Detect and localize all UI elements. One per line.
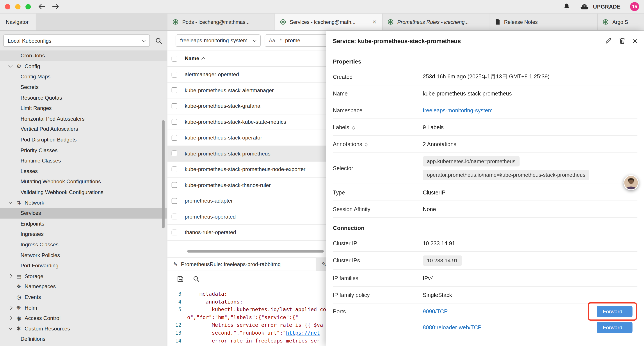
forward-button[interactable]: Forward... [597, 322, 632, 333]
service-name: prometheus-operated [185, 214, 236, 220]
sidebar-item-network-policies[interactable]: Network Policies [0, 250, 166, 260]
forward-button[interactable]: Forward... [597, 306, 632, 317]
sidebar-item-custom-resources[interactable]: ✱Custom Resources [0, 323, 166, 334]
tab-services-icecheng-math[interactable]: Services - icecheng@math...× [275, 13, 383, 30]
sidebar-item-validating-webhook-configurations[interactable]: Validating Webhook Configurations [0, 187, 166, 197]
tab-pods-icecheng-mathmas[interactable]: Pods - icecheng@mathmas... [168, 13, 275, 30]
sidebar-item-mutating-webhook-configurations[interactable]: Mutating Webhook Configurations [0, 176, 166, 187]
horizontal-scrollbar[interactable] [187, 250, 324, 253]
sidebar-item-ingress-classes[interactable]: Ingress Classes [0, 239, 166, 250]
service-detail-panel: Service: kube-prometheus-stack-prometheu… [326, 31, 644, 346]
sidebar-item-config-maps[interactable]: Config Maps [0, 71, 166, 82]
kubeconfig-selector-value: Local Kubeconfigs [8, 37, 52, 43]
sidebar-item-leases[interactable]: Leases [0, 166, 166, 176]
close-window-button[interactable] [5, 4, 10, 9]
sidebar-item-config[interactable]: ⚙Config [0, 61, 166, 71]
sidebar-item-label: Horizontal Pod Autoscalers [20, 116, 84, 122]
notifications-bell-icon[interactable] [563, 3, 570, 10]
tab-release-notes[interactable]: Release Notes [490, 13, 598, 30]
navigator-tab[interactable]: Navigator [0, 13, 36, 30]
code-text: o","for":"hm","labels":{"service":{" [187, 313, 298, 321]
chevron-right-icon [9, 275, 16, 278]
sidebar-item-access-control[interactable]: ◉Access Control [0, 313, 166, 323]
namespace-filter-select[interactable]: freeleaps-monitoring-system [176, 34, 260, 46]
sidebar-item-vertical-pod-autoscalers[interactable]: Vertical Pod Autoscalers [0, 124, 166, 134]
property-label: Cluster IPs [333, 258, 423, 264]
expand-collapse-icon[interactable] [366, 142, 367, 146]
sidebar-item-port-forwarding[interactable]: Port Forwarding [0, 260, 166, 271]
property-row-created: Created253d 16h 6m ago (2025年1月13日 GMT+8… [333, 68, 638, 85]
row-checkbox[interactable] [172, 151, 177, 156]
sidebar-item-pod-disruption-budgets[interactable]: Pod Disruption Budgets [0, 134, 166, 145]
sidebar-item-events[interactable]: ◷Events [0, 292, 166, 303]
row-checkbox[interactable] [172, 103, 177, 109]
minimize-window-button[interactable] [15, 4, 20, 9]
sidebar-item-runtime-classes[interactable]: Runtime Classes [0, 155, 166, 166]
row-checkbox[interactable] [172, 87, 177, 93]
section-heading-properties: Properties [333, 51, 638, 68]
edit-button[interactable] [605, 37, 612, 44]
tab-label: Services - icecheng@math... [290, 19, 356, 25]
sidebar-item-limit-ranges[interactable]: Limit Ranges [0, 103, 166, 113]
service-name: kube-prometheus-stack-grafana [185, 103, 260, 109]
sidebar-item-secrets[interactable]: Secrets [0, 82, 166, 92]
sidebar-item-network[interactable]: ⇅Network [0, 197, 166, 208]
sidebar-scrollbar[interactable] [162, 120, 164, 228]
close-tab-icon[interactable]: × [372, 19, 377, 25]
tab-argo-s[interactable]: Argo S [598, 13, 644, 30]
forward-button[interactable] [52, 3, 60, 10]
row-checkbox[interactable] [172, 119, 177, 125]
editor-tab-prometheusrule[interactable]: ✎ PrometheusRule: freeleaps-prod-rabbitm… [168, 258, 316, 271]
service-name: kube-prometheus-stack-prometheus [185, 150, 270, 157]
sidebar-item-definitions[interactable]: Definitions [0, 334, 166, 344]
sidebar-item-cron-jobs[interactable]: Cron Jobs [0, 50, 166, 61]
back-button[interactable] [38, 3, 46, 10]
tab-prometheus-rules-icecheng[interactable]: Prometheus Rules - icecheng... [382, 13, 490, 30]
custom-resources-icon: ✱ [16, 326, 24, 332]
sidebar-item-endpoints[interactable]: Endpoints [0, 218, 166, 229]
upgrade-button[interactable]: UPGRADE [580, 3, 620, 10]
property-row-type: TypeClusterIP [333, 184, 638, 201]
maximize-window-button[interactable] [26, 4, 31, 9]
port-link[interactable]: 9090/TCP [423, 308, 448, 315]
delete-button[interactable] [619, 37, 626, 44]
sidebar-item-storage[interactable]: ▤Storage [0, 271, 166, 281]
sidebar-item-label: Resource Quotas [20, 95, 62, 101]
sidebar-item-priority-classes[interactable]: Priority Classes [0, 145, 166, 155]
row-checkbox[interactable] [172, 230, 177, 235]
search-input[interactable]: Aa .* prome [265, 34, 334, 46]
row-checkbox[interactable] [172, 198, 177, 204]
editor-search-button[interactable] [193, 276, 200, 282]
sidebar-item-helm[interactable]: ⎈Helm [0, 303, 166, 313]
titlebar-right: UPGRADE 15 [563, 2, 639, 11]
sidebar-item-label: Port Forwarding [20, 263, 58, 269]
close-panel-button[interactable]: × [632, 37, 638, 45]
select-all-checkbox[interactable] [172, 56, 177, 61]
name-column-header[interactable]: Name [185, 55, 205, 61]
user-avatar[interactable] [624, 175, 638, 190]
namespace-filter-value: freeleaps-monitoring-system [180, 37, 248, 43]
sidebar-item-horizontal-pod-autoscalers[interactable]: Horizontal Pod Autoscalers [0, 113, 166, 124]
row-checkbox[interactable] [172, 182, 177, 188]
row-checkbox[interactable] [172, 166, 177, 172]
sidebar-item-services[interactable]: Services [0, 208, 166, 218]
sidebar-item-resource-quotas[interactable]: Resource Quotas [0, 92, 166, 103]
sidebar-item-label: Custom Resources [24, 326, 70, 332]
sidebar-search-button[interactable] [155, 37, 162, 44]
regex-toggle[interactable]: .* [278, 37, 282, 43]
save-button[interactable] [177, 275, 184, 282]
row-checkbox[interactable] [172, 135, 177, 141]
service-name: prometheus-adapter [185, 198, 233, 204]
line-number: 13 [168, 329, 182, 337]
row-checkbox[interactable] [172, 214, 177, 219]
sidebar-item-ingresses[interactable]: Ingresses [0, 229, 166, 239]
expand-collapse-icon[interactable] [352, 125, 354, 129]
match-case-toggle[interactable]: Aa [269, 37, 275, 43]
notification-count-badge[interactable]: 15 [630, 2, 639, 11]
sidebar-item-namespaces[interactable]: ❖Namespaces [0, 281, 166, 292]
row-checkbox[interactable] [172, 72, 177, 77]
port-link[interactable]: 8080:reloader-web/TCP [423, 324, 482, 331]
kubeconfig-selector[interactable]: Local Kubeconfigs [3, 34, 150, 47]
namespaces-icon: ❖ [16, 284, 24, 290]
namespace-link[interactable]: freeleaps-monitoring-system [423, 107, 493, 113]
